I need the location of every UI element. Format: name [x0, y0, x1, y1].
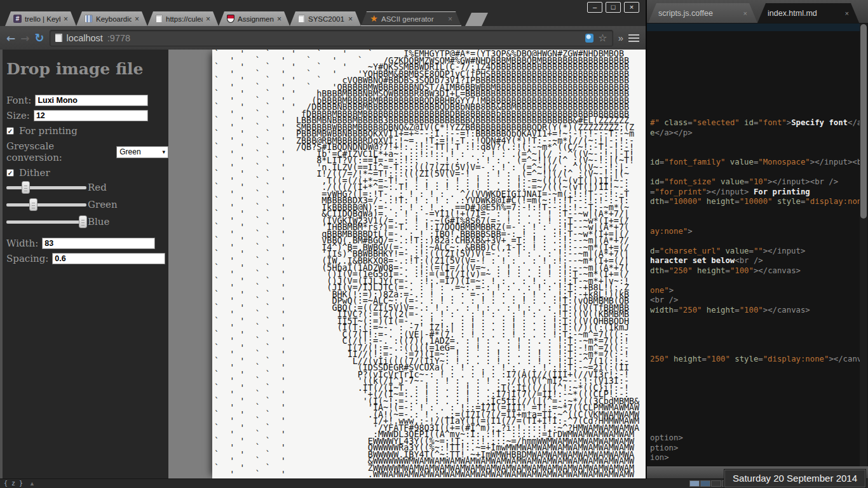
- bookmark-star-icon[interactable]: ☆: [598, 33, 607, 43]
- code-line: ion>: [650, 453, 860, 463]
- tab-close-icon[interactable]: ×: [64, 15, 68, 24]
- forward-button[interactable]: →: [20, 32, 29, 44]
- browser-tab[interactable]: ★ASCII generator×: [361, 11, 461, 26]
- greyscale-label: Greyscale conversion:: [6, 140, 112, 163]
- width-row: Width:: [6, 238, 168, 249]
- maximize-button[interactable]: □: [606, 2, 621, 13]
- tab-close-icon[interactable]: ×: [845, 10, 849, 17]
- address-bar[interactable]: localhost:9778 ☆: [50, 30, 613, 46]
- code-line: >: [650, 463, 860, 466]
- editor-scrollbar-thumb[interactable]: [860, 24, 867, 219]
- code-line: [650, 345, 860, 355]
- code-line: id="font_family" value="Monospace"></inp…: [650, 158, 860, 168]
- slider-label: Red: [88, 182, 107, 193]
- code-line: [650, 236, 860, 247]
- font-label: Font:: [6, 95, 31, 106]
- page-background: ` ' ` ' ` ' ` I%EMHGYTP@#A*=(YT3QP&%DBQ@…: [168, 50, 646, 478]
- slider-row-blue: Blue: [6, 214, 168, 230]
- taskbar-arrow-icon[interactable]: ▲: [29, 480, 35, 487]
- taskbar-left-text[interactable]: { z }: [4, 480, 23, 487]
- workspace-cell[interactable]: [689, 480, 700, 487]
- font-row: Font:: [6, 95, 168, 106]
- blue-slider[interactable]: [6, 220, 86, 224]
- tab-close-icon[interactable]: ×: [348, 15, 353, 24]
- menu-icon[interactable]: [628, 34, 639, 42]
- browser-tab[interactable]: Keyboardio | Tr×: [76, 11, 147, 26]
- browser-tab[interactable]: #trello | Keyboar×: [5, 11, 76, 26]
- ascii-output-sheet: ` ' ` ' ` ' ` I%EMHGYTP@#A*=(YT3QP&%DBQ@…: [212, 50, 646, 478]
- tab-close-icon[interactable]: ×: [277, 15, 281, 24]
- spacing-label: Spacing:: [6, 253, 48, 264]
- size-input[interactable]: [34, 110, 148, 121]
- green-slider[interactable]: [6, 203, 86, 207]
- tab-close-icon[interactable]: ×: [135, 15, 139, 24]
- reload-button[interactable]: ↻: [35, 32, 44, 44]
- for-printing-checkbox[interactable]: ✓: [6, 127, 14, 135]
- dither-label: Dither: [19, 167, 50, 179]
- code-line: one">: [650, 286, 860, 296]
- tab-close-icon[interactable]: ×: [448, 15, 452, 24]
- browser-window: #trello | Keyboar×Keyboardio | Tr×https:…: [0, 0, 646, 478]
- code-line: [650, 217, 860, 227]
- code-line: d="charset_url" value=""></input>: [650, 247, 860, 257]
- editor-tab[interactable]: scripts.js.coffee×: [648, 3, 757, 23]
- controls-sidebar: Drop image file Font: Size: ✓ For printi…: [0, 50, 168, 478]
- browser-tabs: #trello | Keyboar×Keyboardio | Tr×https:…: [5, 11, 488, 26]
- code-line: [650, 276, 860, 286]
- tab-label: Keyboardio | Tr: [96, 15, 132, 23]
- browser-tab[interactable]: SYSC2001 - Lab×: [290, 11, 361, 26]
- tab-label: https://culearn.: [166, 15, 203, 23]
- greyscale-row: Greyscale conversion: Green ▾: [6, 140, 168, 163]
- workspace-cell[interactable]: [700, 480, 710, 487]
- tab-close-icon[interactable]: ×: [206, 15, 210, 24]
- code-line: #" class="selected" id="font">Specify fo…: [650, 118, 860, 128]
- code-line: [650, 384, 860, 395]
- code-line: [650, 374, 860, 384]
- page-title: Drop image file: [6, 60, 168, 78]
- page-action-icon[interactable]: [585, 34, 593, 43]
- window-controls: – □ ×: [587, 2, 639, 13]
- blue-slider-thumb[interactable]: [79, 215, 87, 228]
- editor-scrollbar[interactable]: [860, 24, 867, 466]
- minimize-button[interactable]: –: [587, 2, 602, 13]
- browser-content: Drop image file Font: Size: ✓ For printi…: [0, 50, 646, 478]
- workspace-cell[interactable]: [711, 480, 721, 487]
- tab-close-icon[interactable]: ×: [743, 10, 747, 17]
- red-slider[interactable]: [6, 186, 86, 189]
- hash-icon: #: [13, 15, 22, 23]
- editor-current-line-highlight: [647, 24, 860, 31]
- editor-tab[interactable]: index.html.md×: [757, 3, 859, 23]
- red-slider-thumb[interactable]: [22, 181, 30, 194]
- new-tab-button[interactable]: [465, 13, 488, 26]
- code-line: [650, 148, 860, 158]
- page-icon: [298, 15, 305, 23]
- code-line: [650, 394, 860, 404]
- code-line: [650, 365, 860, 375]
- overflow-chevron-icon[interactable]: »: [618, 32, 623, 43]
- browser-tab[interactable]: Assignment×: [219, 11, 290, 26]
- tab-label: Assignment: [238, 15, 274, 23]
- editor-tab-label: scripts.js.coffee: [658, 9, 737, 18]
- tab-label: trello | Keyboar: [25, 15, 60, 23]
- editor-code[interactable]: #" class="selected" id="font">Specify fo…: [650, 118, 860, 465]
- close-button[interactable]: ×: [624, 2, 639, 13]
- width-input[interactable]: [42, 238, 155, 249]
- tab-label: SYSC2001 - Lab: [308, 15, 345, 23]
- desktop: #trello | Keyboar×Keyboardio | Tr×https:…: [0, 0, 868, 488]
- code-line: [650, 207, 860, 217]
- code-line: [650, 335, 860, 345]
- code-line: width="250" height="100"></canvas>: [650, 306, 860, 316]
- browser-tab[interactable]: https://culearn.×: [147, 11, 219, 26]
- font-input[interactable]: [35, 95, 148, 106]
- code-line: [650, 424, 860, 434]
- code-line: ="for_print"></input> For printing: [650, 187, 860, 198]
- slider-row-green: Green: [6, 196, 168, 213]
- date-tooltip: Saturday 20 September 2014: [724, 470, 865, 487]
- dither-checkbox[interactable]: ✓: [6, 169, 14, 177]
- editor-tab-label: index.html.md: [768, 9, 839, 18]
- for-printing-label: For printing: [19, 125, 78, 137]
- green-slider-thumb[interactable]: [29, 198, 37, 211]
- greyscale-select[interactable]: Green ▾: [116, 146, 168, 158]
- back-button[interactable]: ←: [6, 32, 15, 44]
- spacing-input[interactable]: [52, 253, 165, 264]
